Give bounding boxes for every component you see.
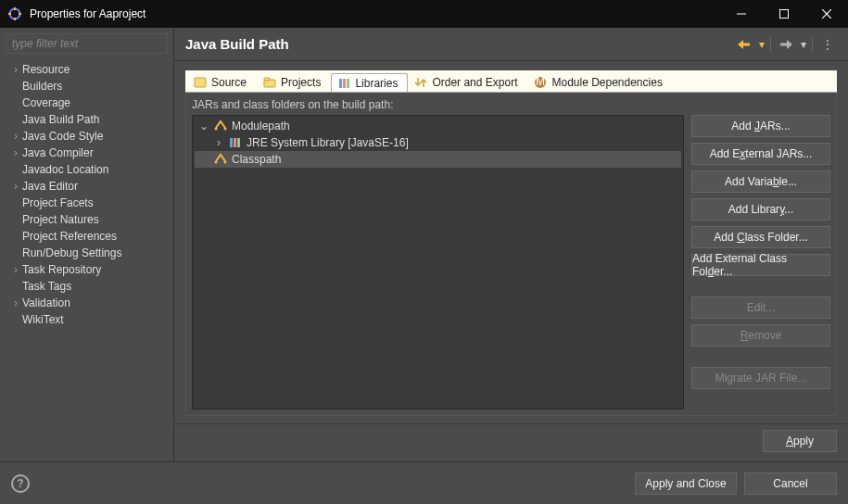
- tree-label: Classpath: [232, 153, 281, 166]
- window-title: Properties for Aaproject: [30, 7, 720, 20]
- back-button[interactable]: [735, 35, 753, 54]
- tab-libraries[interactable]: Libraries: [331, 73, 408, 93]
- footer: ? Apply and Close Cancel: [0, 461, 848, 504]
- tree-row-classpath[interactable]: Classpath: [195, 151, 681, 168]
- svg-rect-13: [264, 78, 270, 81]
- chevron-right-icon: ›: [9, 63, 22, 76]
- apply-and-close-button[interactable]: Apply and Close: [635, 472, 737, 495]
- order-icon: [414, 76, 427, 89]
- tabstrip: Source Projects Libraries Order and Expo…: [185, 70, 837, 93]
- svg-text:M: M: [536, 76, 545, 88]
- remove-button: Remove: [691, 324, 830, 346]
- classpath-icon: [213, 152, 228, 167]
- nav-item-java-editor[interactable]: ›Java Editor: [0, 178, 173, 195]
- filter-input[interactable]: [6, 33, 168, 54]
- svg-rect-15: [343, 79, 346, 88]
- sidebar: ›Resource Builders Coverage Java Build P…: [0, 28, 174, 461]
- apply-button[interactable]: Apply: [763, 430, 837, 452]
- chevron-right-icon: ›: [9, 130, 22, 143]
- add-jars-button[interactable]: Add JARs...: [691, 115, 830, 137]
- tab-projects[interactable]: Projects: [257, 72, 331, 92]
- tree-label: Modulepath: [232, 120, 290, 132]
- header-toolbar: ▾ ▾ ⋮: [735, 35, 837, 54]
- nav-item-validation[interactable]: ›Validation: [0, 295, 173, 311]
- dropdown-icon[interactable]: ▾: [759, 38, 765, 51]
- nav-item-task-tags[interactable]: Task Tags: [0, 278, 173, 295]
- add-external-jars-button[interactable]: Add External JARs...: [691, 143, 830, 165]
- svg-rect-3: [8, 13, 11, 15]
- tab-module-dependencies[interactable]: M Module Dependencies: [527, 72, 672, 92]
- svg-rect-16: [347, 79, 349, 88]
- close-button[interactable]: [805, 0, 848, 28]
- nav-item-java-build-path[interactable]: Java Build Path: [0, 111, 173, 128]
- page-header: Java Build Path ▾ ▾ ⋮: [174, 28, 848, 61]
- tree-row-modulepath[interactable]: ⌄ Modulepath: [195, 118, 681, 134]
- svg-rect-11: [195, 78, 206, 87]
- source-icon: [194, 76, 207, 89]
- svg-rect-9: [742, 43, 750, 45]
- tree-row-jre[interactable]: › JRE System Library [JavaSE-16]: [195, 134, 681, 151]
- minimize-button[interactable]: [720, 0, 763, 28]
- library-icon: [228, 135, 243, 150]
- nav-item-builders[interactable]: Builders: [0, 78, 173, 94]
- description-label: JARs and class folders on the build path…: [186, 98, 836, 115]
- svg-rect-21: [230, 138, 233, 147]
- menu-icon[interactable]: ⋮: [818, 35, 837, 54]
- chevron-right-icon: ›: [213, 136, 224, 149]
- dropdown-icon[interactable]: ▾: [801, 38, 806, 51]
- chevron-down-icon: ⌄: [198, 120, 209, 132]
- maximize-button[interactable]: [763, 0, 805, 28]
- titlebar: Properties for Aaproject: [0, 0, 848, 28]
- module-icon: M: [534, 76, 547, 89]
- projects-icon: [263, 76, 276, 89]
- help-icon[interactable]: ?: [11, 474, 30, 493]
- nav-item-java-code-style[interactable]: ›Java Code Style: [0, 128, 173, 145]
- svg-point-0: [10, 9, 20, 19]
- svg-point-20: [224, 128, 227, 131]
- svg-rect-4: [19, 13, 21, 15]
- nav-tree: ›Resource Builders Coverage Java Build P…: [0, 59, 173, 461]
- cancel-button[interactable]: Cancel: [744, 472, 837, 495]
- modulepath-icon: [213, 119, 228, 133]
- libraries-icon: [337, 77, 350, 90]
- svg-rect-23: [237, 138, 240, 147]
- svg-rect-6: [780, 10, 789, 19]
- svg-rect-22: [234, 138, 236, 147]
- svg-rect-10: [780, 43, 788, 45]
- chevron-right-icon: ›: [9, 146, 22, 159]
- add-library-button[interactable]: Add Library...: [691, 198, 830, 220]
- add-variable-button[interactable]: Add Variable...: [691, 170, 830, 193]
- tab-panel-libraries: JARs and class folders on the build path…: [185, 93, 837, 416]
- page-title: Java Build Path: [185, 36, 735, 52]
- nav-item-javadoc-location[interactable]: Javadoc Location: [0, 161, 173, 178]
- svg-point-19: [215, 128, 218, 131]
- build-path-tree[interactable]: ⌄ Modulepath › JRE System Library [JavaS…: [192, 115, 684, 410]
- forward-button[interactable]: [777, 35, 795, 54]
- nav-item-java-compiler[interactable]: ›Java Compiler: [0, 145, 173, 161]
- nav-item-project-natures[interactable]: Project Natures: [0, 211, 173, 228]
- nav-item-coverage[interactable]: Coverage: [0, 94, 173, 111]
- content-pane: Java Build Path ▾ ▾ ⋮ Source Projects: [174, 28, 848, 461]
- tree-label: JRE System Library [JavaSE-16]: [247, 136, 409, 149]
- chevron-right-icon: ›: [9, 296, 22, 309]
- add-class-folder-button[interactable]: Add Class Folder...: [691, 226, 830, 248]
- button-column: Add JARs... Add External JARs... Add Var…: [691, 115, 830, 410]
- migrate-jar-button: Migrate JAR File...: [691, 367, 830, 389]
- nav-item-wikitext[interactable]: WikiText: [0, 311, 173, 328]
- chevron-right-icon: ›: [9, 180, 22, 193]
- tab-source[interactable]: Source: [187, 72, 257, 92]
- nav-item-task-repository[interactable]: ›Task Repository: [0, 261, 173, 278]
- add-external-class-folder-button[interactable]: Add External Class Folder...: [691, 254, 830, 276]
- svg-point-24: [215, 161, 218, 164]
- nav-item-project-facets[interactable]: Project Facets: [0, 195, 173, 211]
- nav-item-run-debug-settings[interactable]: Run/Debug Settings: [0, 245, 173, 261]
- svg-point-25: [224, 161, 227, 164]
- edit-button: Edit...: [691, 296, 830, 319]
- svg-rect-1: [14, 7, 16, 10]
- tab-order-export[interactable]: Order and Export: [408, 72, 527, 92]
- separator: [812, 37, 813, 52]
- apply-row: Apply: [174, 423, 848, 461]
- nav-item-resource[interactable]: ›Resource: [0, 61, 173, 78]
- nav-item-project-references[interactable]: Project References: [0, 228, 173, 245]
- app-icon: [7, 6, 22, 21]
